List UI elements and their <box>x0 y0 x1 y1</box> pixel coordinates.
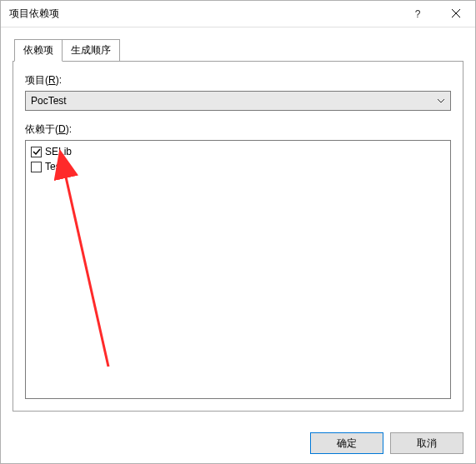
list-item[interactable]: SELib <box>31 144 445 159</box>
checkbox-test[interactable] <box>31 162 42 172</box>
chevron-down-icon <box>437 97 445 105</box>
help-icon: ? <box>415 8 421 20</box>
titlebar-title: 项目依赖项 <box>9 7 398 21</box>
checkbox-selib[interactable] <box>31 147 42 157</box>
tab-label: 依赖项 <box>23 44 53 56</box>
tab-label: 生成顺序 <box>71 44 111 56</box>
close-icon <box>452 8 460 20</box>
cancel-button[interactable]: 取消 <box>390 432 463 454</box>
dialog-window: 项目依赖项 ? 依赖项 生成顺序 项目(R): PocTest <box>0 0 476 464</box>
dialog-footer: 确定 取消 <box>1 423 475 463</box>
depends-label: 依赖于(D): <box>25 122 451 137</box>
project-label: 项目(R): <box>25 73 451 87</box>
project-select[interactable]: PocTest <box>25 91 451 111</box>
project-select-value: PocTest <box>31 95 67 107</box>
ok-button[interactable]: 确定 <box>310 432 383 454</box>
help-button[interactable]: ? <box>398 1 437 27</box>
tab-dependencies[interactable]: 依赖项 <box>14 39 63 62</box>
tab-body: 项目(R): PocTest 依赖于(D): SELib <box>13 61 463 412</box>
close-button[interactable] <box>437 1 475 27</box>
item-label: SELib <box>45 146 72 157</box>
item-label: Test <box>45 161 63 172</box>
dialog-content: 依赖项 生成顺序 项目(R): PocTest 依赖于(D): <box>1 27 475 423</box>
titlebar: 项目依赖项 ? <box>1 1 475 27</box>
list-item[interactable]: Test <box>31 159 445 174</box>
tab-strip: 依赖项 生成顺序 <box>14 39 463 62</box>
tab-build-order[interactable]: 生成顺序 <box>62 39 120 62</box>
depends-listbox[interactable]: SELib Test <box>25 140 451 399</box>
